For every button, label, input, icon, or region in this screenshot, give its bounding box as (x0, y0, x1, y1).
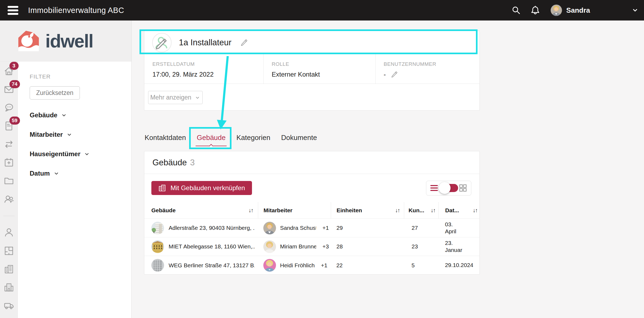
show-more-label: Mehr anzeigen (150, 94, 191, 101)
filter-group-label: Mitarbeiter (30, 131, 63, 138)
filter-group-mitarbeiter[interactable]: Mitarbeiter (30, 131, 131, 138)
buildings-count: 3 (190, 158, 195, 167)
buildings-card: Gebäude3 Mit Gebäuden verknüpfen (144, 151, 480, 275)
rail-documents-icon[interactable]: 59 (3, 120, 15, 132)
search-icon[interactable] (511, 5, 522, 16)
show-more-button[interactable]: Mehr anzeigen (148, 91, 203, 104)
rail-folder-icon[interactable] (3, 175, 15, 187)
contact-avatar-placeholder[interactable] (152, 33, 172, 53)
rail-contacts-icon[interactable] (3, 193, 15, 205)
table-row[interactable]: WEG Berliner Straße 47, 13127 B... Heidi… (144, 256, 479, 275)
table-row[interactable]: Adlerstraße 23, 90403 Nürnberg, ... Sand… (144, 219, 479, 237)
staff-avatar (263, 240, 276, 253)
app-title: Immobilienverwaltung ABC (28, 6, 124, 15)
contact-fields: ERSTELLDATUM 17:00, 29. März 2022 ROLLE … (144, 54, 479, 84)
view-toggle (426, 181, 471, 196)
field-label: ROLLE (272, 61, 375, 67)
sort-kunden-icon[interactable]: ↓↑ (431, 207, 435, 214)
table-row[interactable]: MIET Abelegasse 18, 1160 Wien,... Miriam… (144, 237, 479, 256)
column-label: Mitarbeiter (264, 207, 292, 214)
view-toggle-switch[interactable] (439, 182, 458, 194)
customers-count: 5 (404, 262, 438, 269)
sort-einheiten-icon[interactable]: ↓↑ (395, 207, 400, 214)
tab-kontaktdaten[interactable]: Kontaktdaten (144, 133, 186, 142)
column-datum: Dat... ↓↑ (438, 202, 479, 218)
staff-name: Miriam Brunner (280, 243, 316, 250)
switch-knob[interactable] (439, 182, 451, 194)
date-line1: 29.10.2024 (445, 262, 473, 268)
app-root: Immobilienverwaltung ABC (0, 0, 644, 318)
mail-badge: 74 (9, 80, 20, 88)
edit-benutzernummer-pencil-icon[interactable] (391, 71, 398, 78)
field-benutzernummer: BENUTZERNUMMER - (375, 54, 479, 84)
building-link-icon (158, 184, 166, 192)
staff-avatar (263, 222, 276, 234)
link-buildings-button[interactable]: Mit Gebäuden verknüpfen (151, 181, 252, 195)
filter-group-datum[interactable]: Datum (30, 170, 131, 177)
hamburger-menu-icon[interactable] (8, 6, 18, 15)
units-count: 28 (331, 243, 404, 250)
topbar-chevron-down-icon[interactable] (631, 6, 640, 15)
user-avatar[interactable] (551, 5, 562, 16)
units-count: 22 (331, 262, 404, 269)
link-buildings-label: Mit Gebäuden verknüpfen (171, 184, 245, 192)
user-name[interactable]: Sandra (566, 6, 590, 15)
column-gebaeude: Gebäude ↓↑ (144, 202, 258, 218)
rail-units-icon[interactable] (3, 263, 15, 275)
column-label: Kun... (408, 207, 424, 214)
date-cell: 03. April (438, 221, 479, 235)
edit-name-pencil-icon[interactable] (240, 39, 248, 47)
tab-kategorien[interactable]: Kategorien (236, 133, 271, 142)
tab-dokumente[interactable]: Dokumente (281, 133, 318, 142)
buildings-title: Gebäude (152, 158, 187, 167)
customers-count: 23 (404, 243, 438, 250)
rail-building-icon[interactable] (3, 282, 15, 293)
filter-group-gebaeude[interactable]: Gebäude (30, 111, 131, 119)
staff-name: Heidi Fröhlich (280, 262, 315, 269)
field-value: 17:00, 29. März 2022 (152, 71, 263, 78)
sort-datum-icon[interactable]: ↓↑ (473, 207, 477, 214)
rail-vehicle-icon[interactable] (3, 300, 15, 312)
logo-house-bird-icon (16, 30, 41, 52)
filter-reset-button[interactable]: Zurücksetzen (30, 86, 80, 100)
notifications-bell-icon[interactable] (530, 5, 541, 16)
rail-chat-icon[interactable] (3, 102, 15, 114)
tab-gebaeude-label: Gebäude (197, 134, 226, 142)
sort-gebaeude-icon[interactable]: ↓↑ (248, 207, 253, 214)
logo: idwell (0, 20, 131, 61)
tab-gebaeude[interactable]: Gebäude (196, 133, 226, 142)
building-photo (151, 222, 164, 234)
field-value: - (384, 71, 386, 78)
filter-panel: FILTER Zurücksetzen Gebäude Mitarbeiter … (18, 61, 131, 318)
rail-floorplan-icon[interactable] (3, 245, 15, 257)
staff-name: Sandra Schuster (280, 225, 316, 231)
rail-calendar-add-icon[interactable] (3, 156, 15, 168)
rail-mail-icon[interactable]: 74 (3, 84, 15, 95)
filter-heading: FILTER (30, 73, 131, 80)
date-line2: Januar (445, 247, 462, 253)
column-kunden: Kun... ↓↑ (404, 202, 438, 218)
date-cell: 23. Januar (438, 240, 479, 254)
rail-transfers-icon[interactable] (3, 138, 15, 150)
rail-profile-icon[interactable] (3, 227, 15, 239)
contact-header: 1a Installateur (144, 31, 479, 54)
building-photo (151, 240, 164, 253)
filter-group-hauseigentuemer[interactable]: Hauseigentümer (30, 150, 131, 158)
list-view-icon[interactable] (430, 185, 438, 191)
column-label: Einheiten (336, 207, 362, 214)
field-label: BENUTZERNUMMER (384, 61, 479, 67)
column-mitarbeiter: Mitarbeiter (258, 202, 331, 218)
documents-badge: 59 (9, 117, 20, 125)
topbar: Immobilienverwaltung ABC (0, 0, 644, 20)
grid-view-icon[interactable] (459, 184, 467, 192)
customers-count: 27 (404, 225, 438, 231)
filter-group-label: Gebäude (30, 111, 57, 119)
rail-divider (3, 216, 15, 216)
field-value: Externer Kontakt (272, 71, 375, 78)
staff-avatar (263, 259, 276, 272)
contact-name: 1a Installateur (179, 38, 231, 47)
topbar-right: Sandra (511, 5, 644, 16)
rail-home-icon[interactable]: 3 (3, 65, 15, 77)
date-line1: 23. (445, 240, 453, 246)
chevron-down-icon (195, 95, 200, 101)
